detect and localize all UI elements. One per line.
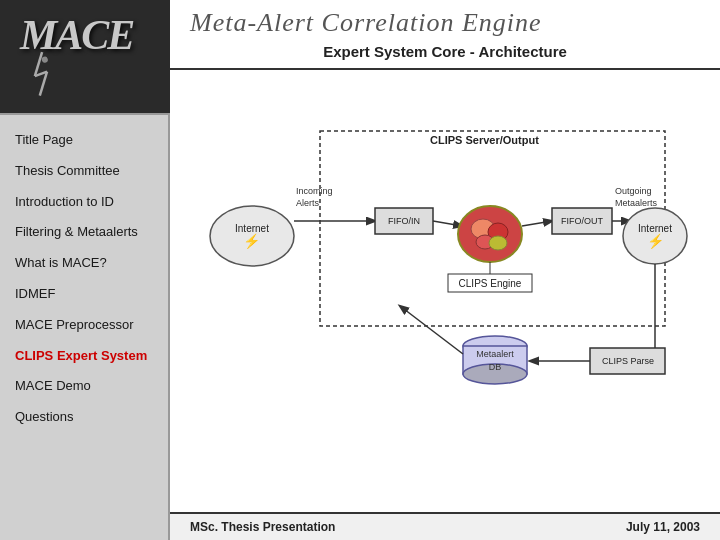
svg-text:Metaalert: Metaalert — [476, 349, 514, 359]
svg-text:Alerts: Alerts — [296, 198, 320, 208]
sidebar-item-preprocessor[interactable]: MACE Preprocessor — [0, 310, 168, 341]
sidebar-item-thesis-committee[interactable]: Thesis Committee — [0, 156, 168, 187]
sidebar-item-introduction[interactable]: Introduction to ID — [0, 187, 168, 218]
svg-text:Incoming: Incoming — [296, 186, 333, 196]
svg-text:Metaalerts: Metaalerts — [615, 198, 658, 208]
svg-point-3 — [41, 56, 49, 64]
svg-text:FIFO/IN: FIFO/IN — [388, 216, 420, 226]
main-content: Meta-Alert Correlation Engine Expert Sys… — [170, 0, 720, 540]
footer-left-text: MSc. Thesis Presentation — [190, 520, 335, 534]
svg-text:Outgoing: Outgoing — [615, 186, 652, 196]
svg-line-23 — [522, 221, 552, 226]
sidebar-item-clips[interactable]: CLIPS Expert System — [0, 341, 168, 372]
svg-line-14 — [433, 221, 462, 226]
svg-text:CLIPS Parse: CLIPS Parse — [602, 356, 654, 366]
sidebar-item-title-page[interactable]: Title Page — [0, 125, 168, 156]
sidebar-item-what-is-mace[interactable]: What is MACE? — [0, 248, 168, 279]
app-title: Meta-Alert Correlation Engine — [190, 8, 700, 38]
diagram-area: CLIPS Server/Output Internet ⚡ Incoming … — [170, 70, 720, 512]
svg-point-19 — [489, 236, 507, 250]
sidebar: MACE Title Page Thesis Committee Introdu… — [0, 0, 170, 540]
footer-right-text: July 11, 2003 — [626, 520, 700, 534]
sidebar-item-questions[interactable]: Questions — [0, 402, 168, 433]
svg-text:CLIPS Server/Output: CLIPS Server/Output — [430, 134, 539, 146]
svg-text:⚡: ⚡ — [243, 233, 261, 250]
header: Meta-Alert Correlation Engine Expert Sys… — [170, 0, 720, 70]
mace-logo: MACE — [20, 9, 150, 104]
logo-text: MACE — [20, 14, 133, 56]
svg-text:FIFO/OUT: FIFO/OUT — [561, 216, 603, 226]
svg-text:CLIPS Engine: CLIPS Engine — [459, 278, 522, 289]
diagram-svg: CLIPS Server/Output Internet ⚡ Incoming … — [200, 121, 690, 461]
sidebar-nav: Title Page Thesis Committee Introduction… — [0, 115, 168, 540]
logo-area: MACE — [0, 0, 170, 115]
svg-text:⚡: ⚡ — [647, 233, 665, 250]
sidebar-item-idmef[interactable]: IDMEF — [0, 279, 168, 310]
sidebar-item-filtering[interactable]: Filtering & Metaalerts — [0, 217, 168, 248]
svg-line-42 — [400, 306, 463, 354]
page-subtitle: Expert System Core - Architecture — [190, 43, 700, 60]
footer: MSc. Thesis Presentation July 11, 2003 — [170, 512, 720, 540]
sidebar-item-demo[interactable]: MACE Demo — [0, 371, 168, 402]
architecture-diagram: CLIPS Server/Output Internet ⚡ Incoming … — [200, 121, 690, 461]
svg-text:DB: DB — [489, 362, 502, 372]
